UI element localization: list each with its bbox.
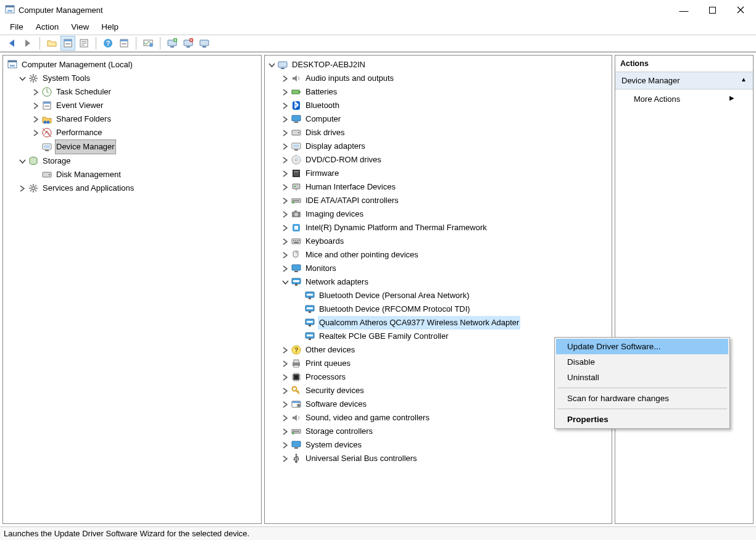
expand-icon[interactable] — [281, 128, 289, 137]
dev-display[interactable]: Display adapters — [281, 139, 612, 153]
expand-icon[interactable] — [281, 142, 289, 151]
expand-icon[interactable] — [281, 427, 289, 436]
cm-update-driver[interactable]: Update Driver Software... — [556, 339, 728, 354]
toolbar-back[interactable] — [4, 36, 19, 51]
expand-icon[interactable] — [281, 454, 289, 463]
dev-hid[interactable]: Human Interface Devices — [281, 180, 612, 194]
expand-icon[interactable] — [281, 264, 289, 273]
toolbar-view[interactable] — [117, 36, 131, 51]
dev-host[interactable]: DESKTOP-AEBJ2IN — [267, 58, 612, 72]
menu-view[interactable]: View — [65, 21, 95, 33]
expand-icon[interactable] — [281, 115, 289, 123]
menu-help[interactable]: Help — [95, 21, 125, 33]
cm-properties[interactable]: Properties — [556, 412, 728, 427]
dev-imaging[interactable]: Imaging devices — [281, 207, 612, 221]
spacer — [294, 318, 303, 327]
dev-mice[interactable]: Mice and other pointing devices — [281, 248, 612, 262]
expand-icon[interactable] — [281, 223, 289, 232]
cm-scan[interactable]: Scan for hardware changes — [556, 391, 728, 406]
dev-usb[interactable]: Universal Serial Bus controllers — [281, 452, 612, 465]
expand-icon[interactable] — [281, 183, 289, 191]
tree-device-manager[interactable]: Device Manager — [31, 139, 261, 154]
tree-shared-folders[interactable]: Shared Folders — [31, 112, 261, 126]
spacer — [31, 143, 40, 151]
expand-icon[interactable] — [31, 88, 40, 96]
toolbar-show-tree[interactable] — [60, 36, 75, 51]
toolbar-enable-device[interactable] — [165, 36, 180, 51]
toolbar-up[interactable] — [44, 36, 59, 51]
dev-network[interactable]: Network adapters — [281, 275, 612, 289]
tree-performance[interactable]: Performance — [31, 126, 261, 139]
tree-root[interactable]: Computer Management (Local) — [6, 58, 261, 72]
dev-ide[interactable]: IDE ATA/ATAPI controllers — [281, 194, 612, 207]
dev-disk[interactable]: Disk drives — [281, 126, 612, 139]
expand-icon[interactable] — [281, 74, 289, 83]
device-manager-pane[interactable]: DESKTOP-AEBJ2IN Audio inputs and outputs… — [264, 55, 612, 524]
dev-monitors[interactable]: Monitors — [281, 262, 612, 275]
expand-icon[interactable] — [281, 386, 289, 395]
expand-icon[interactable] — [281, 400, 289, 409]
dev-label: IDE ATA/ATAPI controllers — [304, 194, 400, 207]
expand-icon[interactable] — [281, 346, 289, 354]
dev-dvd[interactable]: DVD/CD-ROM drives — [281, 153, 612, 167]
dev-net-bt-pan[interactable]: Bluetooth Device (Personal Area Network) — [294, 289, 612, 302]
expand-icon[interactable] — [281, 441, 289, 449]
tree-system-tools[interactable]: System Tools — [18, 72, 261, 85]
toolbar-properties[interactable] — [77, 36, 91, 51]
menu-file[interactable]: File — [4, 21, 30, 33]
toolbar-forward[interactable] — [20, 36, 35, 51]
toolbar-uninstall-device[interactable] — [197, 36, 212, 51]
expand-icon[interactable] — [281, 88, 289, 96]
expand-icon[interactable] — [18, 157, 27, 165]
maximize-button[interactable] — [698, 1, 726, 19]
expand-icon[interactable] — [31, 115, 40, 123]
dev-bluetooth[interactable]: Bluetooth — [281, 99, 612, 112]
dev-firmware[interactable]: Firmware — [281, 167, 612, 180]
expand-icon[interactable] — [281, 251, 289, 259]
expand-icon[interactable] — [281, 169, 289, 178]
expand-icon[interactable] — [267, 60, 276, 69]
expand-icon[interactable] — [281, 101, 289, 110]
dev-net-bt-rfcomm[interactable]: Bluetooth Device (RFCOMM Protocol TDI) — [294, 302, 612, 316]
tree-task-scheduler[interactable]: Task Scheduler — [31, 85, 261, 99]
expand-icon[interactable] — [18, 74, 27, 83]
dev-intel-dptf[interactable]: Intel(R) Dynamic Platform and Thermal Fr… — [281, 221, 612, 235]
expand-icon[interactable] — [18, 184, 27, 193]
actions-more-label: More Actions — [634, 94, 680, 104]
expand-icon[interactable] — [31, 101, 40, 110]
dev-keyboards[interactable]: Keyboards — [281, 235, 612, 248]
menu-action[interactable]: Action — [30, 21, 65, 33]
tree-services-apps[interactable]: Services and Applications — [18, 181, 261, 195]
processor-icon — [291, 372, 302, 383]
expand-icon[interactable] — [31, 128, 40, 137]
dev-label: Other devices — [304, 343, 356, 357]
expand-icon[interactable] — [281, 196, 289, 205]
expand-icon[interactable] — [281, 278, 289, 286]
toolbar-help[interactable] — [101, 36, 115, 51]
expand-icon[interactable] — [281, 413, 289, 422]
cm-uninstall[interactable]: Uninstall — [556, 370, 728, 385]
toolbar-scan[interactable] — [141, 36, 156, 51]
expand-icon[interactable] — [281, 237, 289, 246]
toolbar-disable-device[interactable] — [181, 36, 196, 51]
dev-batteries[interactable]: Batteries — [281, 85, 612, 99]
expand-icon[interactable] — [281, 373, 289, 381]
expand-icon[interactable] — [281, 156, 289, 164]
cm-disable[interactable]: Disable — [556, 354, 728, 370]
dev-computer[interactable]: Computer — [281, 112, 612, 126]
minimize-button[interactable]: — — [670, 1, 698, 19]
dev-net-qca9377[interactable]: Qualcomm Atheros QCA9377 Wireless Networ… — [294, 316, 612, 330]
console-tree-pane[interactable]: Computer Management (Local) System Tools… — [2, 55, 262, 524]
expand-icon[interactable] — [281, 359, 289, 368]
tree-disk-management[interactable]: Disk Management — [31, 168, 261, 181]
actions-more[interactable]: More Actions ▶ — [615, 89, 753, 109]
close-button[interactable] — [726, 1, 755, 19]
system-devices-icon — [291, 439, 302, 451]
tree-storage[interactable]: Storage — [18, 154, 261, 168]
expand-icon[interactable] — [281, 210, 289, 218]
tree-event-viewer[interactable]: Event Viewer — [31, 99, 261, 112]
actions-pane: Actions Device Manager ▲ More Actions ▶ — [615, 55, 754, 524]
dev-system[interactable]: System devices — [281, 438, 612, 452]
dev-audio[interactable]: Audio inputs and outputs — [281, 72, 612, 85]
actions-section[interactable]: Device Manager ▲ — [615, 72, 753, 89]
